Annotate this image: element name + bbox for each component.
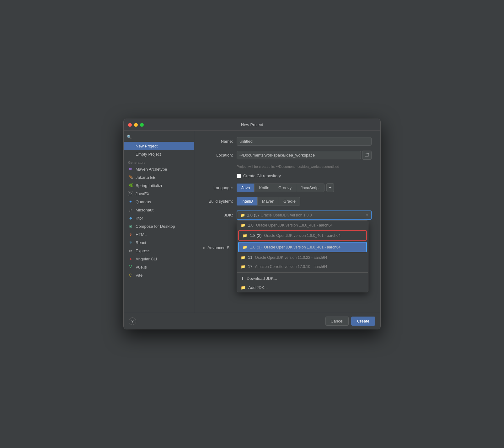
language-javascript-btn[interactable]: JavaScript [296, 184, 324, 192]
sidebar-item-empty-project[interactable]: Empty Project [124, 150, 194, 158]
download-jdk-item[interactable]: ⬇ Download JDK... [237, 274, 368, 283]
sidebar-item-ktor[interactable]: ◆ Ktor [124, 214, 194, 222]
language-btn-group: Java Kotlin Groovy JavaScript [237, 184, 324, 192]
jdk-option-1.8-3-wrap: 📁 1.8 (3) Oracle OpenJDK version 1.8.0_4… [237, 241, 368, 253]
jdk-option-1.8-3[interactable]: 📁 1.8 (3) Oracle OpenJDK version 1.8.0_4… [238, 242, 367, 252]
build-maven-btn[interactable]: Maven [257, 197, 279, 205]
sidebar-item-new-project[interactable]: New Project [124, 142, 194, 150]
location-hint: Project will be created in: ~/Document..… [237, 165, 372, 168]
name-label: Name: [203, 139, 233, 144]
jdk-option-1.8-2[interactable]: 📁 1.8 (2) Oracle OpenJDK version 1.8.0_4… [238, 230, 367, 241]
main-form: Name: Location: Project will be created … [194, 131, 380, 313]
language-kotlin-btn[interactable]: Kotlin [254, 184, 274, 192]
jdk-opt-detail: Oracle OpenJDK version 1.8.0_401 - aarch… [264, 245, 340, 249]
generators-label: Generators [124, 158, 194, 165]
html-icon: 5 [128, 232, 133, 237]
jakarta-icon: 🪶 [128, 175, 133, 180]
maven-icon: m [128, 167, 133, 172]
minimize-button[interactable] [134, 123, 138, 127]
sidebar-item-label: Jakarta EE [136, 175, 156, 180]
vite-icon: ⬡ [128, 273, 133, 278]
chevron-right-icon: ▶ [203, 246, 206, 249]
build-intellij-btn[interactable]: IntelliJ [237, 197, 257, 205]
jdk-opt-detail: Oracle OpenJDK version 1.8.0_401 - aarch… [264, 233, 340, 238]
sidebar-item-express[interactable]: ex Express [124, 247, 194, 255]
jdk-opt-num: 1.8 (3) [250, 245, 262, 249]
express-icon: ex [128, 248, 133, 253]
git-repo-row: Create Git repository [237, 173, 372, 178]
search-wrap: 🔍 [127, 135, 191, 139]
sidebar-item-label: HTML [136, 232, 147, 237]
build-gradle-btn[interactable]: Gradle [279, 197, 300, 205]
location-wrap [237, 151, 372, 160]
sidebar: 🔍 New Project Empty Project Generators m… [124, 131, 194, 313]
sidebar-item-vite[interactable]: ⬡ Vite [124, 271, 194, 279]
sidebar-item-spring[interactable]: 🌿 Spring Initializr [124, 181, 194, 189]
git-repo-checkbox[interactable] [237, 174, 241, 178]
sidebar-item-react[interactable]: ⚛ React [124, 238, 194, 247]
jdk-opt-num: 1.8 (2) [250, 233, 262, 238]
help-button[interactable]: ? [129, 317, 136, 325]
jdk-option-17[interactable]: 📁 17 Amazon Corretto version 17.0.10 - a… [237, 262, 368, 271]
folder-browse-button[interactable] [362, 151, 372, 160]
location-row: Location: [203, 151, 372, 160]
jdk-select-button[interactable]: 📁 1.8 (3) Oracle OpenJDK version 1.8.0 ▾ [237, 211, 372, 220]
sidebar-item-label: Angular CLI [136, 257, 157, 261]
jdk-opt-detail: Oracle OpenJDK version 1.8.0_401 - aarch… [256, 223, 332, 227]
jdk-opt-num: 1.8 [248, 223, 254, 227]
location-input[interactable] [237, 151, 361, 159]
jdk-opt-detail: Amazon Corretto version 17.0.10 - aarch6… [255, 264, 327, 269]
sidebar-item-angular[interactable]: ▲ Angular CLI [124, 255, 194, 263]
sidebar-item-compose[interactable]: ◉ Compose for Desktop [124, 222, 194, 230]
sidebar-item-label: Express [136, 248, 150, 253]
add-jdk-icon: 📁 [241, 285, 246, 290]
sidebar-item-label: Spring Initializr [136, 183, 162, 188]
cancel-button[interactable]: Cancel [325, 317, 349, 326]
bottom-right-buttons: Cancel Create [325, 317, 376, 326]
language-label: Language: [203, 185, 233, 190]
sidebar-item-quarkus[interactable]: ✦ Quarkus [124, 198, 194, 206]
language-options: Java Kotlin Groovy JavaScript + [237, 183, 334, 192]
create-button[interactable]: Create [351, 317, 375, 326]
jdk-selected-detail: Oracle OpenJDK version 1.8.0 [261, 213, 312, 217]
name-input[interactable] [237, 137, 372, 146]
sidebar-item-javafx[interactable]: FX JavaFX [124, 189, 194, 198]
jdk-option-1.8-1[interactable]: 📁 1.8 Oracle OpenJDK version 1.8.0_401 -… [237, 221, 368, 230]
sidebar-item-jakarta[interactable]: 🪶 Jakarta EE [124, 173, 194, 181]
compose-icon: ◉ [128, 224, 133, 229]
add-jdk-item[interactable]: 📁 Add JDK... [237, 283, 368, 292]
sidebar-item-label: Empty Project [136, 152, 161, 157]
add-jdk-label: Add JDK... [248, 285, 268, 290]
language-groovy-btn[interactable]: Groovy [274, 184, 296, 192]
sidebar-item-label: Quarkus [136, 200, 151, 204]
jdk-folder-icon-3: 📁 [243, 245, 247, 249]
maximize-button[interactable] [140, 123, 144, 127]
build-system-row: Build system: IntelliJ Maven Gradle [203, 197, 372, 205]
ktor-icon: ◆ [128, 216, 133, 221]
window-title: New Project [241, 122, 263, 127]
sidebar-item-label: Maven Archetype [136, 167, 167, 172]
advanced-label: Advanced S [207, 245, 229, 250]
jdk-folder-icon-5: 📁 [241, 264, 245, 269]
sidebar-item-micronaut[interactable]: μ Micronaut [124, 206, 194, 214]
download-jdk-label: Download JDK... [247, 276, 277, 281]
jdk-option-11[interactable]: 📁 11 Oracle OpenJDK version 11.0.22 - aa… [237, 253, 368, 262]
jdk-divider [237, 272, 368, 273]
traffic-lights [128, 123, 144, 127]
sidebar-item-maven[interactable]: m Maven Archetype [124, 165, 194, 173]
sidebar-item-label: New Project [136, 144, 158, 148]
language-java-btn[interactable]: Java [237, 184, 254, 192]
sidebar-item-label: JavaFX [136, 191, 149, 196]
javafx-icon: FX [128, 191, 133, 196]
jdk-folder-icon-4: 📁 [241, 255, 245, 260]
sidebar-item-html[interactable]: 5 HTML [124, 230, 194, 238]
git-repo-label[interactable]: Create Git repository [243, 173, 281, 178]
new-project-icon [128, 143, 133, 148]
jdk-row: JDK: 📁 1.8 (3) Oracle OpenJDK version 1.… [203, 211, 372, 220]
name-row: Name: [203, 137, 372, 146]
close-button[interactable] [128, 123, 132, 127]
sidebar-item-vue[interactable]: V Vue.js [124, 263, 194, 271]
build-btn-group: IntelliJ Maven Gradle [237, 197, 300, 205]
add-language-button[interactable]: + [326, 183, 334, 192]
jdk-folder-icon: 📁 [240, 213, 245, 217]
